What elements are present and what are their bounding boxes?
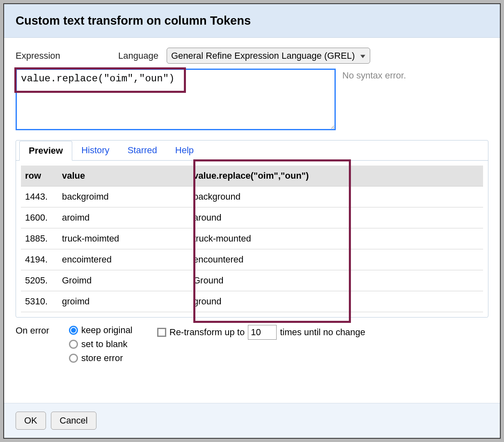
cell-value: groimd — [58, 291, 189, 312]
table-row: 1885. truck-moimted truck-mounted — [21, 228, 483, 249]
expression-row: Expression Language General Refine Expre… — [16, 48, 488, 64]
cell-result: ground — [189, 291, 483, 312]
cell-value: encoimtered — [58, 249, 189, 270]
cell-result: Ground — [189, 270, 483, 291]
radio-label: store error — [81, 353, 123, 364]
retransform-count-input[interactable] — [248, 325, 277, 340]
transform-dialog: Custom text transform on column Tokens E… — [3, 3, 501, 439]
language-select[interactable]: General Refine Expression Language (GREL… — [167, 48, 370, 64]
preview-header-row: row value value.replace("oim","oun") — [21, 166, 483, 186]
dialog-title: Custom text transform on column Tokens — [16, 14, 488, 28]
retransform-checkbox[interactable] — [157, 328, 166, 337]
radio-icon — [69, 340, 78, 349]
cell-row: 5310. — [21, 291, 58, 312]
cell-result: background — [189, 186, 483, 207]
cell-row: 1600. — [21, 207, 58, 228]
radio-keep-original[interactable]: keep original — [69, 325, 133, 336]
ok-button[interactable]: OK — [16, 412, 46, 430]
cell-result: encountered — [189, 249, 483, 270]
options-row: On error keep original set to blank stor… — [16, 325, 488, 364]
col-header-value: value — [58, 166, 189, 186]
table-row: 1443. backgroimd background — [21, 186, 483, 207]
table-row: 5205. Groimd Ground — [21, 270, 483, 291]
cell-result: truck-mounted — [189, 228, 483, 249]
table-row: 1600. aroimd around — [21, 207, 483, 228]
syntax-message: No syntax error. — [342, 69, 406, 130]
tabs: Preview History Starred Help — [16, 140, 488, 161]
cell-value: Groimd — [58, 270, 189, 291]
tab-history[interactable]: History — [72, 141, 118, 161]
cell-value: truck-moimted — [58, 228, 189, 249]
radio-store-error[interactable]: store error — [69, 353, 133, 364]
tab-help[interactable]: Help — [166, 141, 203, 161]
cell-value: aroimd — [58, 207, 189, 228]
dialog-body: Expression Language General Refine Expre… — [4, 38, 500, 403]
expression-input[interactable] — [16, 69, 336, 130]
preview-table: row value value.replace("oim","oun") 144… — [21, 166, 483, 312]
retransform-prefix: Re-transform up to — [170, 327, 245, 338]
radio-icon — [69, 326, 78, 335]
on-error-radio-group: keep original set to blank store error — [69, 325, 133, 364]
cell-row: 1885. — [21, 228, 58, 249]
cell-value: backgroimd — [58, 186, 189, 207]
radio-set-blank[interactable]: set to blank — [69, 339, 133, 350]
col-header-row: row — [21, 166, 58, 186]
col-header-result: value.replace("oim","oun") — [189, 166, 483, 186]
radio-label: set to blank — [81, 339, 128, 350]
language-label: Language — [118, 51, 158, 61]
on-error-label: On error — [16, 325, 61, 336]
radio-label: keep original — [81, 325, 133, 336]
radio-icon — [69, 354, 78, 363]
cell-row: 1443. — [21, 186, 58, 207]
cell-row: 4194. — [21, 249, 58, 270]
cell-row: 5205. — [21, 270, 58, 291]
expression-label: Expression — [16, 51, 110, 61]
retransform-group: Re-transform up to times until no change — [157, 325, 365, 340]
tab-preview[interactable]: Preview — [19, 141, 72, 161]
retransform-suffix: times until no change — [280, 327, 365, 338]
cancel-button[interactable]: Cancel — [51, 412, 96, 430]
preview-tabs-container: Preview History Starred Help row value v… — [16, 140, 488, 318]
language-select-wrap: General Refine Expression Language (GREL… — [167, 48, 370, 64]
dialog-header: Custom text transform on column Tokens — [4, 4, 500, 38]
cell-result: around — [189, 207, 483, 228]
dialog-footer: OK Cancel — [4, 403, 500, 438]
table-row: 4194. encoimtered encountered — [21, 249, 483, 270]
expression-editor-row: No syntax error. — [16, 69, 488, 130]
table-row: 5310. groimd ground — [21, 291, 483, 312]
tab-starred[interactable]: Starred — [119, 141, 166, 161]
